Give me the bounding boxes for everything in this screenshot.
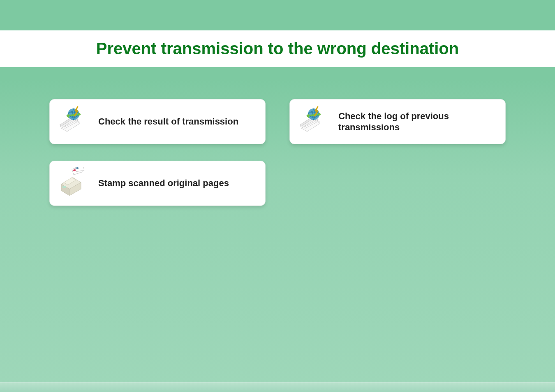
option-check-result[interactable]: Check the result of transmission bbox=[49, 99, 266, 144]
option-check-log[interactable]: Check the log of previous transmissions bbox=[289, 99, 506, 144]
svg-marker-17 bbox=[319, 112, 321, 116]
option-label: Check the log of previous transmissions bbox=[338, 111, 495, 133]
svg-marker-7 bbox=[66, 114, 69, 118]
printer-stamp-icon bbox=[56, 167, 88, 200]
svg-marker-8 bbox=[79, 112, 81, 116]
globe-documents-icon bbox=[56, 105, 88, 138]
page-title: Prevent transmission to the wrong destin… bbox=[0, 39, 555, 58]
title-bar: Prevent transmission to the wrong destin… bbox=[0, 30, 555, 67]
footer-band bbox=[0, 382, 555, 392]
options-grid: Check the result of transmission bbox=[0, 67, 555, 206]
globe-documents-icon bbox=[296, 105, 328, 138]
header-spacer bbox=[0, 0, 555, 30]
svg-rect-27 bbox=[76, 167, 79, 169]
svg-marker-16 bbox=[306, 114, 309, 118]
option-label: Stamp scanned original pages bbox=[98, 178, 229, 189]
option-stamp-pages[interactable]: Stamp scanned original pages bbox=[49, 161, 266, 206]
option-label: Check the result of transmission bbox=[98, 116, 238, 127]
svg-rect-22 bbox=[62, 186, 66, 188]
